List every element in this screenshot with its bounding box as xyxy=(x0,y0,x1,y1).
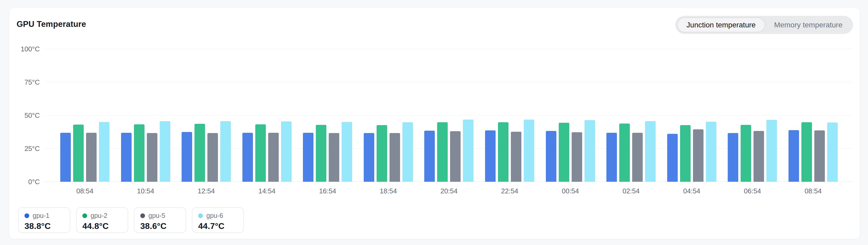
legend-series-dot-icon xyxy=(82,213,87,218)
bar-gpu-1 xyxy=(607,133,617,182)
bar-gpu-5 xyxy=(632,133,643,182)
legend-series-name: gpu-5 xyxy=(149,212,165,219)
bar-gpu-1 xyxy=(364,133,374,182)
x-axis-tick-label: 08:54 xyxy=(60,187,110,195)
y-axis-tick-label: 25°C xyxy=(25,145,40,153)
card-header: GPU Temperature Junction temperature Mem… xyxy=(17,16,853,35)
x-axis-tick-label: 22:54 xyxy=(485,187,534,195)
bar-gpu-5 xyxy=(268,133,279,182)
bar-gpu-5 xyxy=(207,133,218,182)
bar-gpu-2 xyxy=(801,122,812,182)
legend-card-gpu-6[interactable]: gpu-644.7°C xyxy=(192,207,244,233)
legend-card-gpu-5[interactable]: gpu-538.6°C xyxy=(134,207,186,233)
bar-group-1654 xyxy=(303,122,352,182)
bar-gpu-2 xyxy=(437,122,448,182)
bar-gpu-5 xyxy=(511,132,521,182)
x-axis-tick-label: 20:54 xyxy=(424,187,473,195)
bar-gpu-1 xyxy=(303,133,313,182)
legend-series-value: 38.8°C xyxy=(25,221,64,231)
bar-group-1054 xyxy=(121,121,170,182)
x-axis: 08:5410:5412:5414:5416:5418:5420:5422:54… xyxy=(45,187,853,195)
legend-card-header: gpu-6 xyxy=(198,212,238,219)
bar-group-2054 xyxy=(424,119,473,182)
bar-gpu-6 xyxy=(706,122,716,182)
page: { "card": { "title": "GPU Temperature" }… xyxy=(0,0,868,245)
bar-gpu-2 xyxy=(741,125,751,182)
gpu-temperature-card: GPU Temperature Junction temperature Mem… xyxy=(9,8,860,239)
legend-series-dot-icon xyxy=(198,213,203,218)
bar-gpu-1 xyxy=(546,131,556,182)
bar-gpu-5 xyxy=(572,132,582,182)
y-axis-tick-label: 50°C xyxy=(25,111,40,119)
bar-group-0454 xyxy=(667,122,716,182)
bar-group-1254 xyxy=(182,121,231,182)
bar-gpu-6 xyxy=(767,120,777,182)
x-axis-tick-label: 14:54 xyxy=(242,187,291,195)
legend-series-dot-icon xyxy=(140,213,145,218)
bar-gpu-5 xyxy=(693,129,704,182)
bar-group-0254 xyxy=(607,121,656,182)
legend-series-value: 38.6°C xyxy=(140,221,180,231)
bar-group-0054 xyxy=(546,120,595,182)
bar-gpu-1 xyxy=(242,133,253,182)
x-axis-tick-label: 18:54 xyxy=(364,187,413,195)
chart-legend: gpu-138.8°Cgpu-244.8°Cgpu-538.6°Cgpu-644… xyxy=(18,207,853,233)
bar-gpu-5 xyxy=(329,133,339,182)
bar-gpu-1 xyxy=(182,132,192,182)
bar-gpu-6 xyxy=(342,122,352,182)
bar-gpu-2 xyxy=(73,125,84,182)
x-axis-tick-label: 04:54 xyxy=(667,187,716,195)
bar-gpu-2 xyxy=(194,124,205,182)
bar-group-0854 xyxy=(788,122,838,182)
bar-group-1854 xyxy=(364,122,413,182)
x-axis-tick-label: 06:54 xyxy=(728,187,777,195)
legend-card-gpu-1[interactable]: gpu-138.8°C xyxy=(18,207,70,233)
bar-gpu-1 xyxy=(667,134,678,182)
bar-gpu-2 xyxy=(498,122,508,182)
legend-series-name: gpu-6 xyxy=(206,212,223,219)
x-axis-tick-label: 16:54 xyxy=(303,187,352,195)
bar-gpu-1 xyxy=(60,133,71,182)
temperature-mode-toggle: Junction temperature Memory temperature xyxy=(675,16,853,34)
legend-series-name: gpu-1 xyxy=(33,212,50,219)
toggle-option-junction-temperature[interactable]: Junction temperature xyxy=(677,18,765,32)
bar-gpu-6 xyxy=(99,122,110,182)
legend-series-value: 44.7°C xyxy=(198,221,238,231)
bar-gpu-2 xyxy=(134,124,145,182)
bar-group-0854 xyxy=(60,122,110,182)
bar-gpu-2 xyxy=(316,125,327,182)
x-axis-tick-label: 10:54 xyxy=(121,187,170,195)
chart-title: GPU Temperature xyxy=(17,16,86,29)
bar-group-0654 xyxy=(728,120,777,182)
legend-series-name: gpu-2 xyxy=(91,212,107,219)
y-axis-tick-label: 0°C xyxy=(28,178,40,186)
toggle-option-memory-temperature[interactable]: Memory temperature xyxy=(765,18,851,32)
bar-gpu-6 xyxy=(827,123,838,182)
bar-gpu-5 xyxy=(450,131,461,182)
bar-gpu-2 xyxy=(559,123,569,182)
bar-gpu-6 xyxy=(220,121,231,182)
bar-gpu-2 xyxy=(619,124,630,182)
bar-gpu-5 xyxy=(390,133,400,182)
bar-gpu-2 xyxy=(377,125,387,182)
bar-group-2254 xyxy=(485,119,534,182)
bar-gpu-1 xyxy=(485,130,496,182)
legend-series-dot-icon xyxy=(25,213,29,218)
bar-gpu-2 xyxy=(680,125,691,182)
bar-gpu-5 xyxy=(147,133,157,182)
legend-card-gpu-2[interactable]: gpu-244.8°C xyxy=(76,207,128,233)
x-axis-tick-label: 02:54 xyxy=(607,187,656,195)
bar-gpu-1 xyxy=(728,133,738,182)
bar-gpu-6 xyxy=(463,119,473,182)
x-axis-tick-label: 00:54 xyxy=(546,187,595,195)
bar-gpu-2 xyxy=(255,124,266,182)
temperature-bar-chart: 0°C25°C50°C75°C100°C xyxy=(45,49,853,182)
x-axis-tick-label: 12:54 xyxy=(182,187,231,195)
legend-card-header: gpu-1 xyxy=(25,212,64,219)
bar-gpu-1 xyxy=(424,131,435,182)
bar-gpu-5 xyxy=(86,133,97,182)
bars-layer xyxy=(45,49,853,182)
legend-card-header: gpu-2 xyxy=(82,212,122,219)
x-axis-tick-label: 08:54 xyxy=(788,187,838,195)
bar-gpu-6 xyxy=(645,121,656,182)
